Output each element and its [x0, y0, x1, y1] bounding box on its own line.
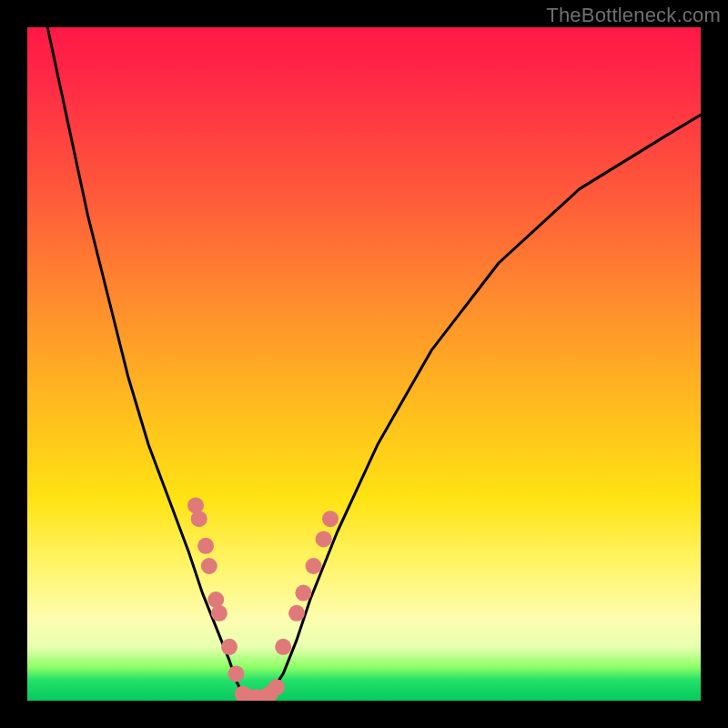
curve-marker	[275, 639, 291, 655]
plot-area	[27, 27, 701, 701]
curve-marker	[191, 511, 207, 527]
curve-marker	[295, 585, 311, 602]
bottleneck-curve	[47, 27, 701, 701]
curve-marker	[201, 558, 217, 574]
curve-marker	[268, 679, 285, 695]
curve-path	[47, 27, 701, 701]
curve-layer	[27, 27, 701, 701]
curve-marker	[288, 605, 305, 622]
curve-markers	[187, 497, 339, 701]
curve-marker	[316, 531, 332, 547]
curve-marker	[322, 511, 339, 527]
curve-marker	[228, 665, 244, 682]
curve-marker	[306, 558, 322, 574]
curve-marker	[221, 639, 238, 655]
curve-marker	[211, 605, 228, 622]
curve-marker	[197, 538, 214, 554]
chart-frame: TheBottleneck.com	[0, 0, 728, 728]
watermark-text: TheBottleneck.com	[546, 4, 721, 27]
